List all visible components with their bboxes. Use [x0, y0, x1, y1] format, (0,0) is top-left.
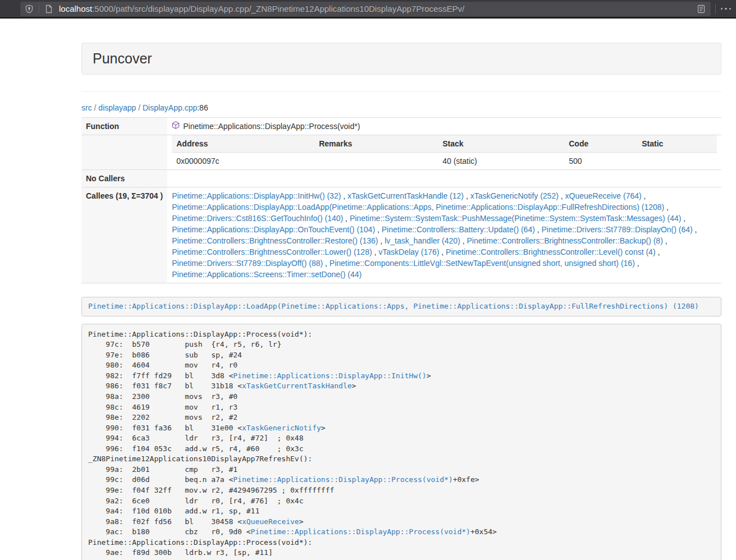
- source-line-snippet: Pinetime::Applications::DisplayApp::Load…: [81, 297, 721, 316]
- app-title: Puncover: [93, 51, 152, 66]
- browser-toolbar: localhost:5000/path/src/displayapp/Displ…: [0, 0, 736, 19]
- stack-value: 40 (static): [438, 153, 564, 170]
- breadcrumb-line-number: :86: [197, 103, 208, 112]
- url-bar[interactable]: localhost:5000/path/src/displayapp/Displ…: [20, 2, 711, 16]
- function-name: Pinetime::Applications::DisplayApp::Proc…: [183, 121, 360, 132]
- callee-link[interactable]: Pinetime::Controllers::BrightnessControl…: [172, 236, 378, 245]
- col-header-remarks: Remarks: [314, 135, 438, 153]
- breadcrumb-separator: /: [92, 103, 99, 112]
- callee-link[interactable]: Pinetime::Drivers::St7789::DisplayOn() (…: [542, 225, 693, 234]
- callee-link[interactable]: Pinetime::Applications::DisplayApp::Load…: [172, 203, 664, 212]
- urlbar-divider: [39, 4, 39, 13]
- callee-link[interactable]: Pinetime::Controllers::BrightnessControl…: [467, 236, 662, 245]
- remarks-value: [314, 153, 438, 170]
- table-row: Address Remarks Stack Code Static 0x0000…: [81, 135, 721, 170]
- asm-symbol-link[interactable]: Pinetime::Applications::DisplayApp::Init…: [233, 371, 426, 380]
- callee-link[interactable]: Pinetime::Controllers::BrightnessControl…: [446, 247, 655, 256]
- col-header-address: Address: [172, 135, 314, 153]
- col-header-code: Code: [564, 135, 637, 153]
- callee-link[interactable]: Pinetime::Applications::DisplayApp::Init…: [172, 191, 341, 200]
- callee-link[interactable]: xTaskGenericNotify (252): [470, 191, 559, 200]
- table-row: No Callers: [81, 170, 721, 187]
- asm-symbol-link[interactable]: xQueueReceive: [242, 517, 299, 526]
- callee-link[interactable]: Pinetime::System::SystemTask::PushMessag…: [350, 214, 682, 223]
- function-stats-table: Address Remarks Stack Code Static 0x0000…: [172, 135, 717, 169]
- callee-link[interactable]: Pinetime::Controllers::BrightnessControl…: [172, 247, 372, 256]
- breadcrumb-link[interactable]: DisplayApp.cpp: [143, 103, 197, 112]
- callee-link[interactable]: Pinetime::Applications::DisplayApp::OnTo…: [172, 225, 375, 234]
- callee-link[interactable]: lv_task_handler (420): [385, 236, 460, 245]
- tracking-protection-shield-icon[interactable]: [25, 4, 34, 13]
- breadcrumb-link[interactable]: displayapp: [98, 103, 136, 112]
- asm-symbol-link[interactable]: Pinetime::Applications::DisplayApp::Proc…: [251, 527, 470, 536]
- code-value: 500: [564, 153, 637, 170]
- col-header-stack: Stack: [438, 135, 564, 153]
- asm-symbol-link[interactable]: xTaskGenericNotify: [242, 424, 321, 432]
- static-value: [637, 153, 717, 170]
- asm-symbol-link[interactable]: Pinetime::Applications::DisplayApp::Proc…: [233, 475, 452, 484]
- callee-link[interactable]: vTaskDelay (176): [378, 247, 439, 256]
- function-label: Function: [81, 118, 167, 135]
- divider: [81, 91, 721, 92]
- callee-link[interactable]: xQueueReceive (764): [565, 191, 642, 200]
- callee-link[interactable]: xTaskGetCurrentTaskHandle (12): [348, 191, 464, 200]
- url-path: :5000/path/src/displayapp/DisplayApp.cpp…: [92, 4, 464, 13]
- table-row: Callees (19, Σ=3704 ) Pinetime::Applicat…: [81, 187, 721, 283]
- app-header: Puncover: [81, 43, 721, 75]
- disassembly-listing: Pinetime::Applications::DisplayApp::Proc…: [81, 324, 721, 560]
- callee-link[interactable]: Pinetime::Applications::Screens::Timer::…: [172, 270, 362, 279]
- col-header-static: Static: [637, 135, 717, 153]
- callee-link[interactable]: Pinetime::Drivers::Cst816S::GetTouchInfo…: [172, 214, 343, 223]
- callees-list: Pinetime::Applications::DisplayApp::Init…: [167, 187, 721, 283]
- callee-link[interactable]: Pinetime::Components::LittleVgl::SetNewT…: [330, 259, 635, 268]
- table-row: 0x0000097c 40 (static) 500: [172, 153, 717, 170]
- breadcrumb: src / displayapp / DisplayApp.cpp:86: [81, 103, 721, 112]
- breadcrumb-links: src / displayapp / DisplayApp.cpp: [81, 103, 197, 112]
- reader-mode-icon[interactable]: [697, 4, 706, 13]
- asm-symbol-link[interactable]: xTaskGetCurrentTaskHandle: [242, 382, 352, 390]
- page-container: Puncover src / displayapp / DisplayApp.c…: [81, 43, 721, 560]
- breadcrumb-link[interactable]: src: [81, 103, 92, 112]
- callee-link[interactable]: Pinetime::Drivers::St7789::DisplayOff() …: [172, 259, 323, 268]
- url-host: localhost: [59, 4, 92, 13]
- address-value: 0x0000097c: [172, 153, 314, 170]
- snippet-symbol-link[interactable]: Pinetime::Applications::DisplayApp::Load…: [88, 302, 699, 310]
- table-row: Function Pinetime::Applications::Display…: [81, 118, 721, 135]
- function-detail-table: Function Pinetime::Applications::Display…: [81, 117, 721, 283]
- callee-link[interactable]: Pinetime::Controllers::Battery::Update()…: [382, 225, 535, 234]
- callees-label: Callees (19, Σ=3704 ): [81, 187, 167, 283]
- site-identity-page-icon[interactable]: [44, 4, 53, 13]
- function-cube-icon: [172, 121, 180, 132]
- page-actions-menu-icon[interactable]: [716, 8, 736, 10]
- no-callers-label: No Callers: [81, 170, 167, 187]
- breadcrumb-separator: /: [136, 103, 143, 112]
- url-text[interactable]: localhost:5000/path/src/displayapp/Displ…: [59, 4, 692, 13]
